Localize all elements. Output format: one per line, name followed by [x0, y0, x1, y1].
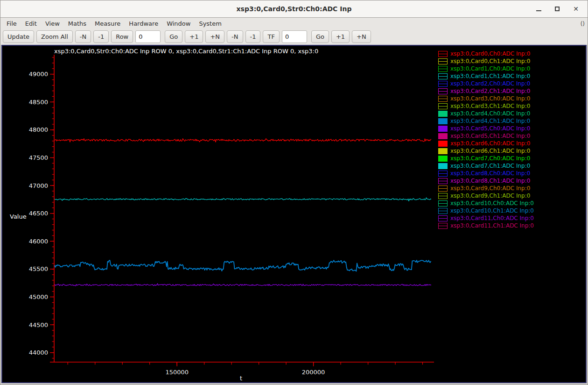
legend-label: xsp3:0,Card3,Ch1:ADC Inp:0	[450, 103, 530, 109]
legend-entry[interactable]: xsp3:0,Card3,Ch1:ADC Inp:0	[438, 102, 534, 110]
legend-label: xsp3:0,Card9,Ch0:ADC Inp:0	[450, 185, 530, 192]
x-major-ticks	[177, 362, 313, 366]
svg-text:45000: 45000	[29, 293, 48, 300]
row-plus-n-button[interactable]: +N	[205, 30, 224, 43]
menu-item-window[interactable]: Window	[162, 19, 195, 29]
legend-entry[interactable]: xsp3:0,Card9,Ch0:ADC Inp:0	[438, 185, 534, 192]
legend-swatch	[438, 103, 448, 109]
svg-text:45500: 45500	[29, 265, 48, 272]
minimize-button[interactable]	[534, 5, 543, 13]
tf-minus-n-button[interactable]: -N	[227, 30, 243, 43]
svg-text:49000: 49000	[29, 71, 48, 78]
window-titlebar: xsp3:0,Card0,Str0:Ch0:ADC Inp ✕	[0, 0, 588, 18]
legend-entry[interactable]: xsp3:0,Card5,Ch0:ADC Inp:0	[438, 125, 534, 132]
legend-swatch	[438, 208, 448, 214]
series-line	[55, 198, 431, 201]
menu-item-edit[interactable]: Edit	[21, 19, 41, 29]
legend-swatch	[438, 156, 448, 162]
legend-entry[interactable]: xsp3:0,Card2,Ch0:ADC Inp:0	[438, 80, 534, 87]
maximize-button[interactable]	[553, 5, 561, 13]
tf-index-input[interactable]	[282, 30, 307, 43]
legend-swatch	[438, 51, 448, 57]
tf-button[interactable]: TF	[263, 30, 279, 43]
legend-swatch	[438, 88, 448, 94]
row-button[interactable]: Row	[111, 30, 133, 43]
legend-label: xsp3:0,Card5,Ch0:ADC Inp:0	[450, 125, 530, 132]
svg-text:48000: 48000	[29, 126, 48, 133]
tf-minus-1-button[interactable]: -1	[245, 30, 261, 43]
legend-entry[interactable]: xsp3:0,Card11,Ch1:ADC Inp:0	[438, 222, 534, 229]
window-title: xsp3:0,Card0,Str0:Ch0:ADC Inp	[0, 5, 588, 13]
y-tick-labels: 4400044500450004550046000465004700047500…	[29, 71, 48, 356]
legend-label: xsp3:0,Card2,Ch1:ADC Inp:0	[450, 88, 530, 94]
tf-plus-n-button[interactable]: +N	[352, 30, 371, 43]
legend-swatch	[438, 66, 448, 72]
legend-swatch	[438, 223, 448, 229]
legend-label: xsp3:0,Card8,Ch0:ADC Inp:0	[450, 170, 530, 177]
row-plus-1-button[interactable]: +1	[185, 30, 203, 43]
row-index-input[interactable]	[135, 30, 161, 43]
legend-label: xsp3:0,Card9,Ch1:ADC Inp:0	[450, 192, 530, 199]
legend-entry[interactable]: xsp3:0,Card8,Ch1:ADC Inp:0	[438, 177, 534, 185]
legend-swatch	[438, 118, 448, 124]
minimize-icon	[536, 10, 541, 11]
menu-item-view[interactable]: View	[41, 19, 64, 29]
legend-entry[interactable]: xsp3:0,Card7,Ch0:ADC Inp:0	[438, 155, 534, 162]
window-controls: ✕	[534, 5, 588, 13]
legend-entry[interactable]: xsp3:0,Card4,Ch1:ADC Inp:0	[438, 117, 534, 125]
svg-text:46000: 46000	[29, 238, 48, 245]
menubar: File Edit View Maths Measure Hardware Wi…	[0, 18, 588, 29]
close-button[interactable]: ✕	[572, 5, 580, 13]
legend-label: xsp3:0,Card4,Ch1:ADC Inp:0	[450, 118, 530, 124]
svg-text:150000: 150000	[165, 369, 189, 376]
maximize-icon	[555, 7, 560, 11]
legend-entry[interactable]: xsp3:0,Card11,Ch0:ADC Inp:0	[438, 214, 534, 222]
legend-entry[interactable]: xsp3:0,Card0,Ch0:ADC Inp:0	[438, 50, 534, 57]
menu-item-maths[interactable]: Maths	[64, 19, 91, 29]
legend-label: xsp3:0,Card3,Ch0:ADC Inp:0	[450, 95, 530, 102]
legend-entry[interactable]: xsp3:0,Card6,Ch1:ADC Inp:0	[438, 147, 534, 155]
legend-entry[interactable]: xsp3:0,Card0,Ch1:ADC Inp:0	[438, 57, 534, 65]
row-minus-n-button[interactable]: -N	[75, 30, 91, 43]
menu-item-file[interactable]: File	[2, 19, 21, 29]
toolbar: Update Zoom All -N -1 Row Go +1 +N -N -1…	[0, 29, 588, 45]
legend-entry[interactable]: xsp3:0,Card8,Ch0:ADC Inp:0	[438, 170, 534, 177]
legend-label: xsp3:0,Card7,Ch0:ADC Inp:0	[450, 155, 530, 162]
legend-entry[interactable]: xsp3:0,Card3,Ch0:ADC Inp:0	[438, 95, 534, 102]
legend-label: xsp3:0,Card0,Ch1:ADC Inp:0	[450, 58, 530, 64]
legend-label: xsp3:0,Card6,Ch0:ADC Inp:0	[450, 140, 530, 147]
menu-item-system[interactable]: System	[195, 19, 225, 29]
legend-entry[interactable]: xsp3:0,Card9,Ch1:ADC Inp:0	[438, 192, 534, 200]
x-tick-labels: 150000200000	[165, 369, 325, 376]
legend-swatch	[438, 133, 448, 139]
row-go-button[interactable]: Go	[165, 30, 182, 43]
update-button[interactable]: Update	[3, 30, 34, 43]
legend-entry[interactable]: xsp3:0,Card10,Ch1:ADC Inp:0	[438, 207, 534, 214]
legend-entry[interactable]: xsp3:0,Card1,Ch1:ADC Inp:0	[438, 72, 534, 80]
legend-entry[interactable]: xsp3:0,Card4,Ch0:ADC Inp:0	[438, 110, 534, 117]
tf-plus-1-button[interactable]: +1	[331, 30, 350, 43]
menu-item-measure[interactable]: Measure	[91, 19, 125, 29]
legend-swatch	[438, 81, 448, 87]
svg-text:44000: 44000	[29, 349, 48, 356]
svg-text:47000: 47000	[29, 182, 48, 189]
legend-swatch	[438, 185, 448, 192]
menu-item-hardware[interactable]: Hardware	[125, 19, 162, 29]
legend-entry[interactable]: xsp3:0,Card7,Ch1:ADC Inp:0	[438, 162, 534, 170]
legend-label: xsp3:0,Card1,Ch1:ADC Inp:0	[450, 73, 530, 79]
legend-label: xsp3:0,Card7,Ch1:ADC Inp:0	[450, 163, 530, 169]
legend-entry[interactable]: xsp3:0,Card10,Ch0:ADC Inp:0	[438, 200, 534, 207]
zoom-all-button[interactable]: Zoom All	[36, 30, 73, 43]
svg-text:200000: 200000	[302, 369, 325, 376]
plot-region: 4400044500450004550046000465004700047500…	[0, 45, 588, 385]
legend-entry[interactable]: xsp3:0,Card6,Ch0:ADC Inp:0	[438, 140, 534, 147]
legend-entry[interactable]: xsp3:0,Card5,Ch1:ADC Inp:0	[438, 132, 534, 140]
tf-go-button[interactable]: Go	[311, 30, 329, 43]
y-major-ticks	[50, 74, 54, 353]
legend-entry[interactable]: xsp3:0,Card1,Ch0:ADC Inp:0	[438, 65, 534, 72]
legend-label: xsp3:0,Card11,Ch0:ADC Inp:0	[450, 215, 534, 221]
legend-label: xsp3:0,Card6,Ch1:ADC Inp:0	[450, 148, 530, 154]
svg-text:47500: 47500	[29, 154, 48, 161]
row-minus-1-button[interactable]: -1	[93, 30, 109, 43]
legend-entry[interactable]: xsp3:0,Card2,Ch1:ADC Inp:0	[438, 87, 534, 95]
